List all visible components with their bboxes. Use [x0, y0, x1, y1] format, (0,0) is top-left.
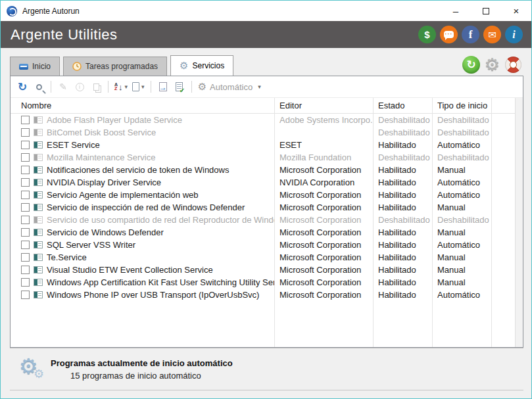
toolbar-separator	[108, 81, 109, 93]
row-checkbox[interactable]	[21, 166, 30, 174]
tipo-cell: Automático	[432, 290, 491, 300]
tab-inicio[interactable]: Inicio	[10, 57, 60, 76]
service-name-cell: Mozilla Maintenance Service	[11, 153, 274, 162]
row-checkbox[interactable]	[21, 153, 30, 162]
row-checkbox[interactable]	[21, 141, 30, 149]
service-icon	[34, 204, 43, 211]
column-header-nombre[interactable]: Nombre	[11, 101, 274, 110]
estado-cell: Habilitado	[373, 265, 432, 275]
service-name: Windows App Certification Kit Fast User …	[47, 277, 274, 287]
table-row[interactable]: Te.Service Microsoft Corporation Habilit…	[11, 251, 523, 264]
info-icon[interactable]: i	[505, 26, 523, 43]
table-row[interactable]: Visual Studio ETW Event Collection Servi…	[11, 264, 523, 276]
service-name: Mozilla Maintenance Service	[47, 153, 155, 162]
table-header: Nombre Editor Estado Tipo de inicio	[11, 98, 523, 114]
toolbar-report-button[interactable]	[174, 80, 185, 93]
service-name-cell: Servicio de inspección de red de Windows…	[11, 202, 274, 212]
row-checkbox[interactable]	[21, 116, 30, 124]
page-icon	[132, 82, 139, 91]
service-icon	[34, 141, 43, 149]
row-checkbox[interactable]	[21, 278, 30, 287]
row-checkbox[interactable]	[21, 253, 30, 262]
mail-icon[interactable]: ✉	[483, 26, 501, 43]
service-name: Servicio de Windows Defender	[47, 227, 164, 237]
row-checkbox[interactable]	[21, 216, 30, 224]
column-divider	[373, 98, 374, 347]
tab-servicios[interactable]: ⚙ Servicios	[170, 55, 233, 76]
export-arrow-icon	[159, 82, 167, 91]
column-header-estado[interactable]: Estado	[373, 101, 432, 110]
row-checkbox[interactable]	[21, 241, 30, 249]
sort-az-icon: AZ	[114, 83, 118, 91]
table-row[interactable]: Mozilla Maintenance Service Mozilla Foun…	[11, 151, 523, 164]
toolbar: ↻ ✎ i AZ ↓ ▾ ▾	[11, 76, 523, 98]
toolbar-view-button[interactable]: ▾	[132, 80, 145, 93]
estado-cell: Deshabilitado	[373, 128, 432, 137]
service-icon	[34, 241, 43, 248]
table-row[interactable]: Notificaciones del servicio de token de …	[11, 164, 523, 176]
table-row[interactable]: NVIDIA Display Driver Service NVIDIA Cor…	[11, 176, 523, 189]
tipo-cell: Automático	[432, 240, 491, 250]
service-name-cell: Servicio de Windows Defender	[11, 227, 274, 237]
panel-actions: ↻ ⚙	[462, 56, 522, 76]
service-name-cell: Servicio de uso compartido de red del Re…	[11, 215, 274, 225]
row-checkbox[interactable]	[21, 191, 30, 199]
service-name-cell: NVIDIA Display Driver Service	[11, 177, 274, 187]
row-checkbox[interactable]	[21, 203, 30, 212]
app-header: Argente Utilities $ ··· f ✉ i	[1, 21, 531, 48]
table-row[interactable]: Servicio de Windows Defender Microsoft C…	[11, 226, 523, 239]
row-checkbox[interactable]	[21, 128, 30, 137]
app-icon	[7, 6, 17, 16]
service-name-cell: ESET Service	[11, 140, 274, 150]
editor-cell: Mozilla Foundation	[274, 153, 373, 162]
column-header-tipo[interactable]: Tipo de inicio	[432, 101, 491, 110]
table-row[interactable]: Servicio de inspección de red de Windows…	[11, 201, 523, 214]
tabs-row: Inicio Tareas programadas ⚙ Servicios ↻ …	[10, 55, 522, 76]
table-row[interactable]: Servicio Agente de implementación web Mi…	[11, 189, 523, 201]
table-row[interactable]: Adobe Flash Player Update Service Adobe …	[11, 114, 523, 126]
estado-cell: Habilitado	[373, 240, 432, 250]
startup-type-dropdown[interactable]: ⚙ Automático ▾	[198, 81, 261, 93]
table-row[interactable]: Windows App Certification Kit Fast User …	[11, 276, 523, 289]
gear-icon: ⚙	[34, 367, 44, 381]
tipo-cell: Deshabilitado	[432, 128, 491, 137]
table-row[interactable]: SQL Server VSS Writer Microsoft Corporat…	[11, 239, 523, 251]
row-checkbox[interactable]	[21, 266, 30, 274]
tipo-cell: Automático	[432, 177, 491, 187]
tab-label: Servicios	[193, 61, 225, 70]
close-button[interactable]: ×	[501, 1, 531, 21]
service-icon	[34, 229, 43, 236]
row-checkbox[interactable]	[21, 228, 30, 237]
donate-icon[interactable]: $	[418, 26, 436, 43]
row-checkbox[interactable]	[21, 178, 30, 187]
table-row[interactable]: ESET Service ESET Habilitado Automático	[11, 139, 523, 151]
facebook-icon[interactable]: f	[462, 26, 479, 43]
maximize-button[interactable]	[471, 1, 501, 21]
table-row[interactable]: Windows Phone IP over USB Transport (IpO…	[11, 289, 523, 301]
chat-icon[interactable]: ···	[440, 26, 458, 43]
refresh-button[interactable]: ↻	[462, 56, 480, 74]
footer-texts: Programas actualmente de inicio automáti…	[51, 358, 233, 381]
estado-cell: Deshabilitado	[373, 115, 432, 125]
toolbar-sort-button[interactable]: AZ ↓ ▾	[114, 80, 128, 93]
tipo-cell: Automático	[432, 140, 491, 150]
magnifier-icon	[36, 84, 42, 90]
vertical-scrollbar[interactable]	[515, 98, 523, 347]
toolbar-export-button[interactable]	[157, 80, 169, 93]
column-header-editor[interactable]: Editor	[274, 101, 373, 110]
toolbar-search-icon[interactable]	[33, 80, 45, 93]
minimize-button[interactable]: –	[441, 1, 471, 21]
globe-icon: i	[76, 83, 84, 91]
table-row[interactable]: BitComet Disk Boost Service Deshabilitad…	[11, 126, 523, 139]
column-divider	[274, 98, 275, 347]
service-icon	[34, 254, 43, 261]
settings-button[interactable]: ⚙	[483, 56, 501, 74]
tab-tareas-programadas[interactable]: Tareas programadas	[63, 57, 167, 76]
row-checkbox[interactable]	[21, 291, 30, 299]
startup-type-value: Automático	[210, 82, 253, 92]
table-row[interactable]: Servicio de uso compartido de red del Re…	[11, 214, 523, 226]
service-icon	[34, 129, 43, 136]
help-button[interactable]	[504, 56, 522, 74]
toolbar-refresh-icon[interactable]: ↻	[16, 80, 28, 93]
service-icon	[34, 279, 43, 286]
